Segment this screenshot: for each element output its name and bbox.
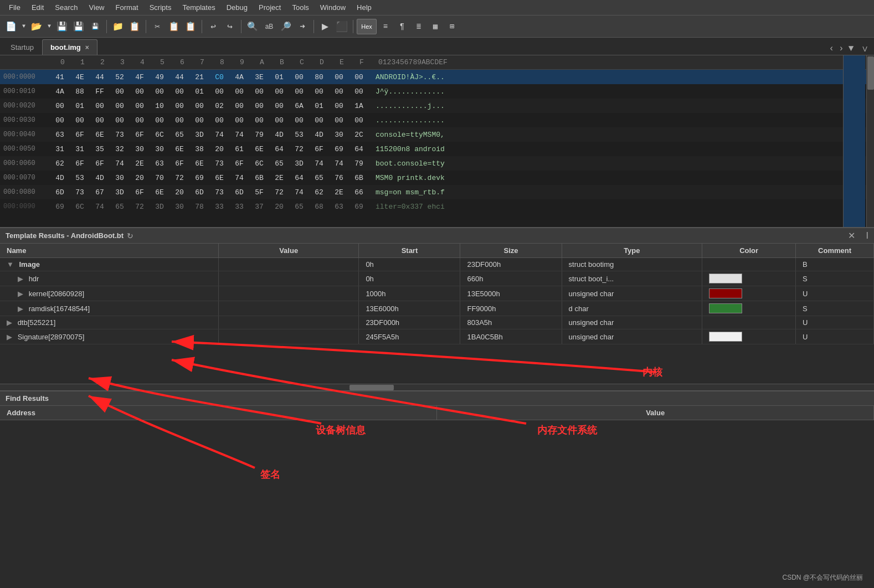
save-as-button[interactable]: 💾 <box>88 19 103 34</box>
replace-button[interactable]: aB <box>261 19 277 34</box>
save-button[interactable]: 💾 <box>54 19 70 34</box>
tab-next-button[interactable]: › <box>836 43 846 55</box>
menu-debug[interactable]: Debug <box>221 2 253 13</box>
col-start: Start <box>359 244 460 258</box>
table-row[interactable]: 000:0000 41 4E 44 52 4F 49 44 21 C0 4A 3… <box>0 70 874 84</box>
menu-project[interactable]: Project <box>253 2 286 13</box>
list-item[interactable]: ▶ dtb[525221] 23DF000h 803A5h unsigned c… <box>0 316 874 329</box>
hex-button[interactable]: Hex <box>357 19 377 34</box>
table-row[interactable]: 000:0090 69 6C 74 65 72 3D 30 78 33 33 3… <box>0 199 874 214</box>
menu-scripts[interactable]: Scripts <box>144 2 177 13</box>
col-header-4: 4 <box>132 58 152 66</box>
new-dropdown-button[interactable]: ▼ <box>20 19 28 34</box>
tab-bootimg[interactable]: boot.img × <box>42 39 97 55</box>
csdn-watermark: CSDN @不会写代码的丝丽 <box>782 573 863 582</box>
menu-help[interactable]: Help <box>351 2 377 13</box>
expand-arrow[interactable]: ▶ <box>7 333 12 341</box>
view-button5[interactable]: ⊞ <box>444 19 460 34</box>
view-button3[interactable]: ≣ <box>411 19 426 34</box>
expand-arrow[interactable]: ▶ <box>18 290 23 298</box>
menu-view[interactable]: View <box>84 2 110 13</box>
cell-value <box>218 329 359 344</box>
tab-close-button[interactable]: × <box>85 44 89 51</box>
table-row[interactable]: 000:0010 4A 88 FF 00 00 00 00 01 00 00 0… <box>0 84 874 99</box>
menu-edit[interactable]: Edit <box>26 2 49 13</box>
findall-button[interactable]: 🔎 <box>278 19 294 34</box>
find-panel: Find Results Address Value <box>0 390 874 462</box>
table-row[interactable]: 000:0050 31 31 35 32 30 30 6E 38 20 61 6… <box>0 142 874 156</box>
list-item[interactable]: ▶ kernel[20860928] 1000h 13E5000h unsign… <box>0 286 874 301</box>
view-button1[interactable]: ≡ <box>378 19 393 34</box>
col-header-6: 6 <box>172 58 192 66</box>
menu-tools[interactable]: Tools <box>286 2 314 13</box>
template-scrollbar-thumb[interactable] <box>349 385 394 390</box>
redo-button[interactable]: ↪ <box>222 19 238 34</box>
row-ascii: console=ttyMSM0, <box>376 131 874 139</box>
row-address: 000:0040 <box>0 131 50 138</box>
goto-button[interactable]: ➜ <box>295 19 310 34</box>
view-button4[interactable]: ▦ <box>428 19 443 34</box>
toolbar-sep-6 <box>353 20 353 33</box>
open-dropdown-button[interactable]: ▼ <box>45 19 53 34</box>
table-row[interactable]: 000:0080 6D 73 67 3D 6F 6E 20 6D 73 6D 5… <box>0 185 874 199</box>
new-button[interactable]: 📄 <box>3 19 19 34</box>
menu-file[interactable]: File <box>3 2 26 13</box>
folder-button[interactable]: 📁 <box>110 19 126 34</box>
color-swatch <box>709 288 742 298</box>
menu-format[interactable]: Format <box>110 2 144 13</box>
cell-start: 1000h <box>359 286 460 301</box>
menu-templates[interactable]: Templates <box>177 2 220 13</box>
table-row[interactable]: 000:0040 63 6F 6E 73 6F 6C 65 3D 74 74 7… <box>0 127 874 142</box>
color-swatch <box>709 303 742 313</box>
template-refresh-button[interactable]: ↻ <box>127 231 133 240</box>
table-row[interactable]: 000:0020 00 01 00 00 00 10 00 00 02 00 0… <box>0 99 874 113</box>
table-row[interactable]: 000:0030 00 00 00 00 00 00 00 00 00 00 0… <box>0 113 874 127</box>
cell-color <box>702 258 796 271</box>
tab-startup[interactable]: Startup <box>2 39 42 55</box>
tab-dropdown-button[interactable]: ▼ <box>846 43 856 55</box>
col-color: Color <box>702 244 796 258</box>
cut-button[interactable]: ✂ <box>150 19 165 34</box>
cell-start: 0h <box>359 258 460 271</box>
open-button[interactable]: 📂 <box>29 19 44 34</box>
list-item[interactable]: ▼ Image 0h 23DF000h struct bootimg B <box>0 258 874 271</box>
row-address: 000:0030 <box>0 116 50 124</box>
expand-arrow[interactable]: ▼ <box>7 260 14 269</box>
paste-button[interactable]: 📋 <box>183 19 198 34</box>
menu-search[interactable]: Search <box>49 2 83 13</box>
template-scrollbar-horizontal[interactable] <box>0 384 874 390</box>
find-button[interactable]: 🔍 <box>245 19 260 34</box>
find-col-value: Value <box>437 406 874 420</box>
hex-scrollbar-thumb[interactable] <box>867 56 874 90</box>
expand-arrow[interactable]: ▶ <box>18 305 23 313</box>
save-all-button[interactable]: 💾 <box>71 19 86 34</box>
tab-extra-button[interactable]: V <box>860 44 870 54</box>
menu-window[interactable]: Window <box>315 2 351 13</box>
row-bytes: 69 6C 74 65 72 3D 30 78 33 33 37 20 65 6… <box>50 203 369 211</box>
view-button2[interactable]: ¶ <box>394 19 410 34</box>
expand-arrow[interactable]: ▶ <box>7 318 12 327</box>
copy-button[interactable]: 📋 <box>166 19 182 34</box>
template-close-button[interactable]: ✕ <box>848 230 855 241</box>
hex-scrollbar[interactable] <box>866 55 874 227</box>
script-run-button[interactable]: ▶ <box>317 19 333 34</box>
template-button[interactable]: 📋 <box>127 19 142 34</box>
cell-size: 23DF000h <box>460 258 562 271</box>
tab-prev-button[interactable]: ‹ <box>827 43 837 55</box>
list-item[interactable]: ▶ Signature[28970075] 245F5A5h 1BA0C5Bh … <box>0 329 874 344</box>
undo-button[interactable]: ↩ <box>205 19 221 34</box>
list-item[interactable]: ▶ ramdisk[16748544] 13E6000h FF9000h d c… <box>0 301 874 316</box>
row-address: 000:0020 <box>0 102 50 110</box>
list-item[interactable]: ▶ hdr 0h 660h struct boot_i... S <box>0 271 874 286</box>
row-ascii: 115200n8 android <box>376 145 874 153</box>
color-swatch <box>709 274 742 283</box>
script-button2[interactable]: ⬛ <box>334 19 349 34</box>
table-row[interactable]: 000:0060 62 6F 6F 74 2E 63 6F 6E 73 6F 6… <box>0 156 874 171</box>
cell-name: ▼ Image <box>0 258 218 271</box>
row-ascii: ilter=0x337 ehci <box>376 203 874 211</box>
row-bytes: 41 4E 44 52 4F 49 44 21 C0 4A 3E 01 00 8… <box>50 73 369 81</box>
col-size: Size <box>460 244 562 258</box>
expand-arrow[interactable]: ▶ <box>18 275 23 283</box>
table-row[interactable]: 000:0070 4D 53 4D 30 20 70 72 69 6E 74 6… <box>0 171 874 185</box>
tabs-bar: Startup boot.img × ‹ › ▼ V <box>0 38 874 55</box>
